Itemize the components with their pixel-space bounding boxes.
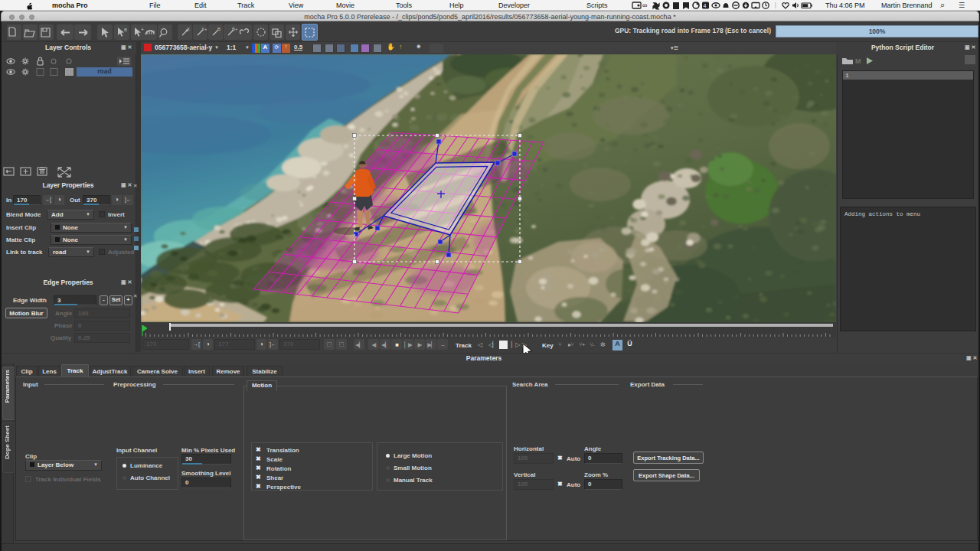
svg-text:∞: ∞ [642, 2, 647, 9]
svg-text:B: B [124, 28, 127, 32]
svg-text:+: + [141, 27, 144, 32]
svg-text:B: B [217, 27, 220, 31]
svg-text:B+: B+ [232, 27, 238, 31]
svg-text:4: 4 [704, 3, 707, 8]
svg-text:M: M [855, 57, 861, 65]
svg-text:X: X [187, 27, 190, 31]
svg-text:X+: X+ [201, 27, 207, 31]
